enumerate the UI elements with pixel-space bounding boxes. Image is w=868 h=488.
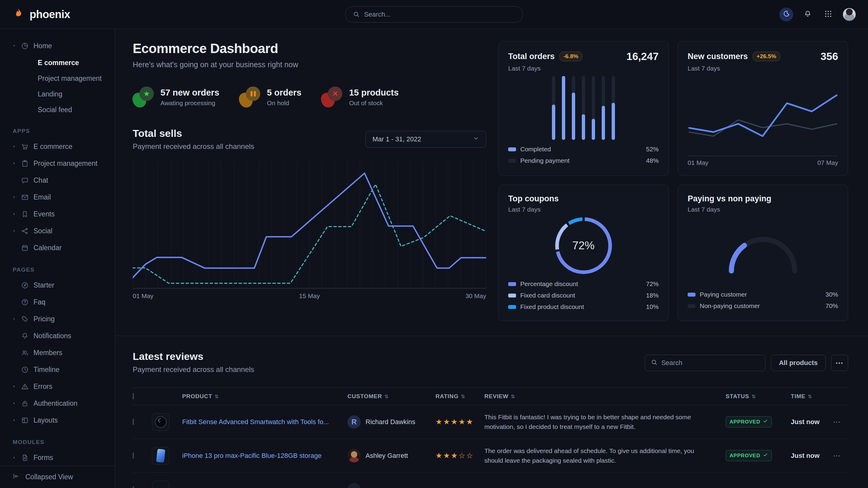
customer-avatar[interactable]: R [347, 415, 361, 429]
date-range-value: Mar 1 - 31, 2022 [372, 135, 421, 143]
navbar-search-input[interactable] [364, 10, 516, 19]
row-status-cell: APPROVED [726, 450, 791, 461]
sidebar-item-layouts[interactable]: Layouts [9, 412, 107, 429]
sidebar-item-label: Notifications [33, 332, 71, 340]
new-customers-chart: 01 May 07 May [688, 72, 838, 166]
sidebar-item-starter[interactable]: Starter [9, 277, 107, 294]
column-header-status[interactable]: STATUS⇅ [726, 393, 791, 400]
sidebar-item-members[interactable]: Members [9, 344, 107, 361]
share-icon [21, 227, 29, 235]
sidebar-item-project-management[interactable]: Project management [9, 70, 107, 86]
row-time-cell: Just now [791, 418, 833, 426]
total-sells-title: Total sells [133, 128, 254, 139]
home-children: E commerceProject managementLandingSocia… [9, 55, 107, 118]
users-icon [21, 349, 29, 357]
sidebar-item-social[interactable]: Social [9, 223, 107, 239]
date-range-select[interactable]: Mar 1 - 31, 2022 [366, 131, 486, 148]
quick-stats: ★ 57 new orders Awating processing 5 ord… [133, 87, 486, 108]
check-icon [763, 419, 768, 425]
paying-card: Paying vs non paying Last 7 days Paying … [678, 185, 848, 321]
caret-right-icon [12, 317, 16, 321]
page-title: Ecommerce Dashboard [133, 41, 486, 56]
order-bar [592, 76, 595, 140]
row-product-cell: iPhone 13 pro max-Pacific Blue-128GB sto… [182, 451, 347, 460]
sidebar-item-label: Faq [33, 298, 45, 306]
sidebar-item-notifications[interactable]: Notifications [9, 327, 107, 344]
sidebar-item-faq[interactable]: Faq [9, 294, 107, 311]
row-checkbox[interactable] [133, 452, 134, 459]
row-checkbox[interactable] [133, 486, 134, 488]
sidebar-item-project-management[interactable]: Project management [9, 155, 107, 172]
sidebar-item-email[interactable]: Email [9, 189, 107, 205]
product-image[interactable] [152, 413, 169, 431]
collapsed-view-toggle[interactable]: Collapsed View [0, 466, 115, 488]
notifications-button[interactable] [802, 8, 814, 21]
row-customer-cell: RRichard Dawkins [347, 415, 435, 429]
column-label: TIME [791, 393, 806, 400]
sidebar-item-calendar[interactable]: Calendar [9, 239, 107, 256]
sidebar-item-e-commerce[interactable]: E commerce [9, 55, 107, 70]
reviews-search-input[interactable] [661, 359, 760, 367]
brand[interactable]: phoenix [12, 8, 70, 21]
legend-swatch [508, 148, 516, 151]
legend-paying-customer: Paying customer 30% [688, 289, 838, 300]
legend-label: Fixed product discount [520, 303, 584, 311]
nine-dots-grid-icon [824, 10, 832, 19]
sidebar-item-errors[interactable]: Errors [9, 378, 107, 395]
legend-value: 18% [646, 292, 659, 299]
apps-grid-button[interactable] [822, 8, 834, 21]
row-actions-button[interactable]: ⋯ [833, 452, 848, 460]
reviews-search[interactable] [645, 355, 766, 371]
sidebar-item-landing[interactable]: Landing [9, 86, 107, 102]
sidebar-item-label: Forms [33, 454, 53, 462]
caret-right-icon [12, 401, 16, 405]
check-icon [763, 452, 768, 459]
user-avatar[interactable] [843, 8, 856, 21]
navbar-search[interactable] [345, 6, 523, 23]
row-actions-button[interactable]: ⋯ [833, 418, 848, 426]
sidebar-item-events[interactable]: Events [9, 205, 107, 223]
sidebar-item-home[interactable]: Home [9, 37, 107, 54]
column-header-review[interactable]: REVIEW⇅ [484, 393, 726, 400]
product-image[interactable] [152, 481, 169, 488]
stat-headline: 15 products [349, 88, 398, 98]
legend-swatch [688, 293, 695, 297]
legend-value: 72% [646, 280, 659, 288]
sidebar-item-label: Errors [33, 383, 53, 391]
column-header-time[interactable]: TIME⇅ [791, 393, 833, 400]
column-header-rating[interactable]: RATING⇅ [435, 393, 484, 400]
customer-avatar[interactable] [347, 449, 361, 462]
stat-awating-processing: ★ 57 new orders Awating processing [133, 87, 219, 108]
column-label: RATING [435, 393, 459, 400]
stat-on-hold: 5 orders On hold [239, 87, 301, 108]
theme-toggle-button[interactable] [779, 7, 793, 22]
table-row: iPhone 13 pro max-Pacific Blue-128GB sto… [133, 439, 848, 473]
order-bar [602, 76, 605, 140]
file-icon [21, 454, 29, 462]
sidebar-item-authentication[interactable]: Authentication [9, 395, 107, 412]
all-products-button[interactable]: All products [771, 355, 826, 371]
legend-value: 48% [646, 157, 659, 164]
sidebar-item-chat[interactable]: Chat [9, 172, 107, 189]
column-header-customer[interactable]: CUSTOMER⇅ [347, 393, 435, 400]
sidebar-item-forms[interactable]: Forms [9, 449, 107, 466]
caret-right-icon [12, 212, 16, 216]
navbar: phoenix [0, 0, 868, 29]
page-subtitle: Here's what's going on at your business … [133, 60, 486, 69]
sidebar-item-social-feed[interactable]: Social feed [9, 102, 107, 118]
sidebar-item-timeline[interactable]: Timeline [9, 361, 107, 378]
row-checkbox[interactable] [133, 419, 134, 425]
legend-swatch [688, 304, 695, 308]
product-link[interactable]: iPhone 13 pro max-Pacific Blue-128GB sto… [182, 452, 331, 459]
card-title: Top coupons [508, 194, 559, 203]
reviews-more-button[interactable]: ⋯ [831, 355, 848, 371]
column-header-product[interactable]: PRODUCT⇅ [182, 393, 347, 400]
product-image[interactable] [152, 447, 169, 464]
product-link[interactable]: Fitbit Sense Advanced Smartwatch with To… [182, 418, 338, 426]
sidebar-item-pricing[interactable]: Pricing [9, 311, 107, 327]
collapsed-view-label: Collapsed View [25, 473, 73, 481]
sidebar-item-e-commerce[interactable]: E commerce [9, 138, 107, 155]
chat-icon [21, 176, 29, 185]
reviews-table: PRODUCT⇅CUSTOMER⇅RATING⇅REVIEW⇅STATUS⇅TI… [133, 388, 848, 488]
select-all-checkbox[interactable] [133, 393, 134, 399]
